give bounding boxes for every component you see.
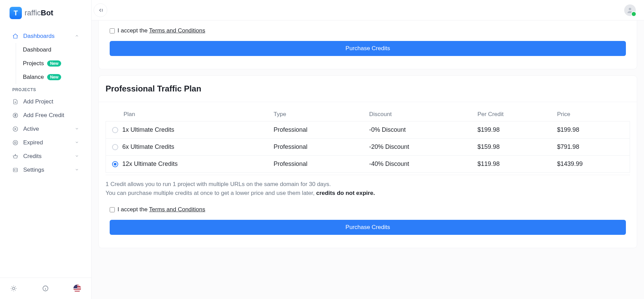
stop-circle-icon <box>12 140 18 146</box>
plan-discount: -40% Discount <box>363 156 471 173</box>
user-avatar[interactable] <box>624 4 636 16</box>
plan-per-credit: $159.98 <box>471 139 551 156</box>
new-badge: New <box>47 60 61 67</box>
dollar-circle-icon <box>12 112 18 118</box>
terms-accept-row[interactable]: I accept the Terms and Conditions <box>106 20 630 41</box>
play-circle-icon <box>12 126 18 132</box>
sidebar-item-balance[interactable]: Balance New <box>16 70 91 84</box>
logo[interactable]: T rafficBot <box>0 0 91 26</box>
plan-name: 1x Ultimate Credits <box>122 126 174 133</box>
plan-row[interactable]: 12x Ultimate CreditsProfessional-40% Dis… <box>106 156 630 173</box>
col-per-credit: Per Credit <box>471 109 551 122</box>
main-content: I accept the Terms and Conditions Purcha… <box>92 20 644 299</box>
svg-point-1 <box>13 127 18 131</box>
nav-section-projects: PROJECTS <box>0 84 91 95</box>
sidebar-item-active[interactable]: Active <box>0 122 91 136</box>
credit-info: 1 Credit allows you to run 1 project wit… <box>106 175 630 199</box>
plan-radio[interactable] <box>112 127 118 133</box>
terms-accept-row[interactable]: I accept the Terms and Conditions <box>106 199 630 220</box>
terms-checkbox[interactable] <box>110 28 115 33</box>
basket-icon <box>12 153 18 159</box>
plan-per-credit: $119.98 <box>471 156 551 173</box>
plan-discount: -20% Discount <box>363 139 471 156</box>
theme-toggle-icon[interactable] <box>10 285 17 292</box>
purchase-credits-button[interactable]: Purchase Credits <box>110 41 626 56</box>
plan-row[interactable]: 6x Ultimate CreditsProfessional-20% Disc… <box>106 139 630 156</box>
plan-type: Professional <box>268 122 363 139</box>
chevron-up-icon <box>75 34 79 39</box>
file-plus-icon <box>12 99 18 105</box>
plan-card-previous-tail: I accept the Terms and Conditions Purcha… <box>98 20 637 69</box>
new-badge: New <box>47 74 61 80</box>
nav-dashboards-sub: Dashboard Projects New Balance New <box>16 43 91 84</box>
plan-type: Professional <box>268 139 363 156</box>
plan-price: $791.98 <box>551 139 630 156</box>
plan-radio[interactable] <box>112 161 118 167</box>
plan-price: $1439.99 <box>551 156 630 173</box>
svg-point-8 <box>629 8 631 10</box>
sidebar-item-expired[interactable]: Expired <box>0 136 91 150</box>
col-price: Price <box>551 109 630 122</box>
home-icon <box>12 33 18 39</box>
sidebar-item-add-project[interactable]: Add Project <box>0 95 91 109</box>
chevron-down-icon <box>75 140 79 145</box>
chevron-down-icon <box>75 127 79 132</box>
plan-row[interactable]: 1x Ultimate CreditsProfessional-0% Disco… <box>106 122 630 139</box>
plan-per-credit: $199.98 <box>471 122 551 139</box>
terms-checkbox[interactable] <box>110 207 115 212</box>
id-card-icon <box>12 167 18 173</box>
nav-label: Dashboards <box>23 33 55 40</box>
plan-radio[interactable] <box>112 144 118 150</box>
terms-link[interactable]: Terms and Conditions <box>149 206 205 213</box>
topbar <box>92 0 644 20</box>
svg-rect-3 <box>15 142 16 144</box>
sidebar-footer <box>0 277 91 299</box>
card-title: Professional Traffic Plan <box>99 76 637 102</box>
sidebar-item-projects[interactable]: Projects New <box>16 57 91 70</box>
chevron-down-icon <box>75 154 79 159</box>
svg-point-2 <box>13 140 18 145</box>
sidebar-item-settings[interactable]: Settings <box>0 163 91 177</box>
plan-name: 12x Ultimate Credits <box>122 160 178 167</box>
col-type: Type <box>268 109 363 122</box>
sidebar-item-add-free-credit[interactable]: Add Free Credit <box>0 109 91 122</box>
plan-table: Plan Type Discount Per Credit Price 1x U… <box>106 109 630 173</box>
plan-discount: -0% Discount <box>363 122 471 139</box>
plan-type: Professional <box>268 156 363 173</box>
nav: Dashboards Dashboard Projects New Balanc… <box>0 26 91 277</box>
sidebar: T rafficBot Dashboards Dashboard Project… <box>0 0 92 299</box>
plan-price: $199.98 <box>551 122 630 139</box>
sidebar-collapse-button[interactable] <box>94 3 107 17</box>
professional-plan-card: Professional Traffic Plan Plan Type Disc… <box>98 75 637 248</box>
sidebar-item-credits[interactable]: Credits <box>0 150 91 163</box>
language-flag-icon[interactable] <box>73 285 81 292</box>
terms-link[interactable]: Terms and Conditions <box>149 27 205 34</box>
logo-badge: T <box>10 7 22 19</box>
svg-point-6 <box>13 287 15 290</box>
sidebar-item-dashboard[interactable]: Dashboard <box>16 43 91 57</box>
col-plan: Plan <box>106 109 268 122</box>
svg-point-5 <box>14 170 15 171</box>
chevron-down-icon <box>75 168 79 173</box>
purchase-credits-button[interactable]: Purchase Credits <box>110 220 626 235</box>
nav-dashboards[interactable]: Dashboards <box>0 29 91 43</box>
info-icon[interactable] <box>42 285 49 292</box>
col-discount: Discount <box>363 109 471 122</box>
plan-name: 6x Ultimate Credits <box>122 143 174 150</box>
